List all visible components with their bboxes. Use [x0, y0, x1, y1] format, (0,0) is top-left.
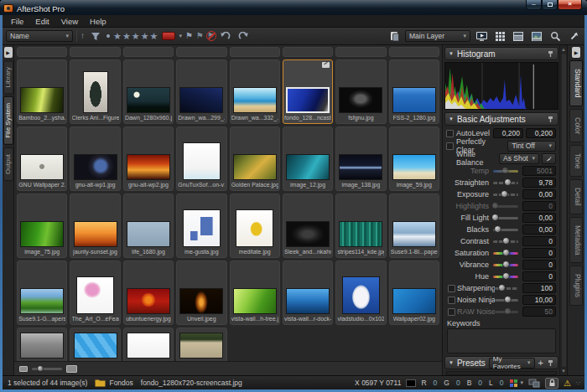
thumbnail-cell[interactable]: image_75.jpg — [17, 193, 67, 258]
thumbnail-cell-partial[interactable] — [17, 47, 67, 57]
autolevel-checkbox[interactable] — [446, 130, 454, 137]
thumbnail-image[interactable] — [183, 209, 221, 247]
thumbnail-image[interactable] — [236, 209, 273, 247]
thumbnail-image[interactable] — [286, 288, 330, 314]
exposure-slider[interactable] — [493, 193, 518, 196]
contrast-slider[interactable] — [493, 240, 518, 243]
presets-header[interactable]: ▼ Presets My Favorites ▾ + — [444, 356, 558, 369]
thumbnail-cell-partial[interactable] — [283, 47, 333, 57]
blacks-slider-handle[interactable] — [494, 225, 501, 233]
no-rating-dot-icon[interactable] — [106, 34, 110, 38]
hue-value-field[interactable]: 0 — [522, 271, 556, 281]
thumbnail-cell-partial[interactable] — [17, 328, 67, 361]
image-preview-layout-icon[interactable] — [529, 29, 544, 43]
collapse-arrow-icon[interactable]: ▼ — [449, 116, 454, 121]
scroll-down-icon[interactable]: ▼ — [561, 369, 566, 374]
thumbnail-cell[interactable]: gnu-alt-wp2.jpg — [123, 126, 174, 191]
blacks-value-field[interactable]: 0,00 — [522, 224, 556, 235]
thumbnail-cell[interactable]: GnuTuxSof...on-v1.jpg — [176, 126, 226, 191]
thumbnail-cell[interactable]: vladstudio...0x1024.jpg — [335, 260, 386, 325]
thumbnail-cell-selected[interactable]: fondo_128...ncast.jpg — [283, 59, 333, 124]
pin-icon[interactable] — [547, 359, 554, 367]
saturation-value-field[interactable]: 0 — [522, 248, 556, 258]
straighten-slider[interactable] — [493, 182, 518, 184]
thumbnail-image[interactable] — [127, 221, 170, 247]
straighten-value-field[interactable]: 9,78 — [522, 178, 556, 188]
thumbnail-cell[interactable]: fsfgnu.jpg — [335, 59, 386, 124]
thumbnail-cell-partial[interactable] — [123, 47, 174, 57]
thumbnail-cell-partial[interactable] — [230, 47, 280, 57]
noise-ninja-value-field[interactable]: 10,00 — [522, 295, 556, 305]
collapse-arrow-icon[interactable]: ▼ — [449, 360, 454, 365]
sharpening-slider-handle[interactable] — [498, 284, 506, 291]
fill-light-value-field[interactable]: 0,00 — [522, 213, 556, 223]
panel-scrollbar[interactable]: ▲ ▼ — [559, 45, 567, 375]
thumbnail-cell-partial[interactable] — [335, 47, 386, 57]
thumbnail-image[interactable] — [342, 276, 380, 314]
straighten-slider-handle[interactable] — [504, 178, 512, 186]
thumbnail-image[interactable] — [74, 221, 117, 247]
temp-slider[interactable] — [493, 170, 518, 173]
color-management-dropdown[interactable]: ▾ — [509, 379, 524, 388]
tab-tone[interactable]: Tone — [569, 145, 583, 177]
sharpening-value-field[interactable]: 100 — [522, 283, 556, 293]
star-icon[interactable]: ★ — [122, 31, 132, 42]
temp-slider-handle[interactable] — [501, 167, 509, 174]
flag-rejected-icon[interactable]: ⚑ — [207, 30, 215, 42]
thumbnail-image[interactable] — [183, 142, 221, 180]
fill-light-slider[interactable] — [493, 217, 518, 219]
thumbnail-image[interactable] — [127, 333, 170, 358]
thumbnail-image[interactable] — [392, 288, 436, 314]
thumbnail-cell-partial[interactable] — [389, 47, 439, 57]
thumbnail-image[interactable] — [233, 154, 277, 180]
histogram-header[interactable]: ▼ Histogram — [444, 47, 558, 60]
thumbnail-cell[interactable]: Suse9.1-G...apers.jpg — [17, 260, 67, 325]
thumbnail-image[interactable] — [392, 87, 436, 113]
filter-funnel-icon[interactable] — [88, 29, 103, 43]
star-icon[interactable]: ★ — [132, 31, 141, 42]
white-balance-eyedropper-button[interactable] — [542, 153, 556, 164]
thumbnail-image[interactable] — [83, 71, 108, 113]
autolevel-high-field[interactable]: 0,200 — [526, 128, 556, 138]
raw-noise-slider[interactable] — [495, 311, 518, 313]
thumbnail-cell[interactable]: Bamboo_2...ysha.jpg — [17, 59, 67, 124]
magnifier-icon[interactable] — [548, 29, 563, 43]
tab-metadata[interactable]: Metadata — [569, 217, 583, 263]
thumbnail-cell[interactable]: Unveil.jpeg — [176, 260, 226, 325]
thumbnail-cell[interactable]: life_1680.jpg — [123, 193, 174, 258]
thumbnail-image[interactable] — [20, 154, 64, 180]
presets-scrollbar[interactable]: ▲ — [549, 373, 555, 374]
thumbnail-cell[interactable]: Suse9.1-Bl...papers.jpg — [389, 193, 439, 258]
collapse-expander-icon[interactable] — [449, 375, 456, 376]
star-icon[interactable]: ★ — [113, 31, 122, 42]
star-icon[interactable]: ★ — [141, 31, 150, 42]
rotate-right-icon[interactable] — [236, 29, 252, 43]
left-expander-arrow-icon[interactable]: ▶ — [4, 47, 13, 58]
thumbnail-size-slider[interactable] — [32, 368, 62, 370]
menu-item-view[interactable]: View — [55, 17, 84, 26]
highlights-slider[interactable] — [493, 205, 518, 208]
lock-icon[interactable] — [545, 378, 558, 389]
thumbnail-cell[interactable]: image_12.jpg — [283, 126, 333, 191]
thumbnail-image[interactable] — [179, 288, 223, 314]
noise-ninja-slider-handle[interactable] — [504, 296, 512, 303]
thumbnail-cell[interactable]: Sleek_and...nkahn.jpg — [283, 193, 333, 258]
scroll-up-icon[interactable]: ▲ — [561, 47, 566, 52]
sharpening-checkbox[interactable] — [448, 285, 455, 292]
vibrance-slider-handle[interactable] — [502, 260, 510, 268]
thumbnail-image[interactable] — [127, 154, 170, 180]
star-rating-filter[interactable]: ★★★★★ — [113, 31, 158, 42]
white-balance-dropdown[interactable]: As Shot ▾ — [499, 153, 539, 164]
thumbnail-image[interactable] — [179, 87, 223, 113]
contrast-value-field[interactable]: 0 — [522, 236, 556, 246]
color-label-arrow-icon[interactable]: ▾ — [179, 30, 182, 42]
highlights-slider-handle[interactable] — [491, 202, 499, 209]
collapse-arrow-icon[interactable]: ▼ — [449, 51, 454, 56]
basic-adjustments-header[interactable]: ▼ Basic Adjustments — [444, 112, 558, 126]
dual-monitor-icon[interactable] — [528, 379, 540, 388]
thumbnail-image[interactable] — [74, 333, 117, 358]
menu-item-file[interactable]: File — [5, 17, 29, 26]
thumbnail-image[interactable] — [339, 221, 382, 247]
perfectly-clear-checkbox[interactable] — [446, 142, 454, 150]
thumbnail-cell-partial[interactable] — [176, 328, 226, 361]
